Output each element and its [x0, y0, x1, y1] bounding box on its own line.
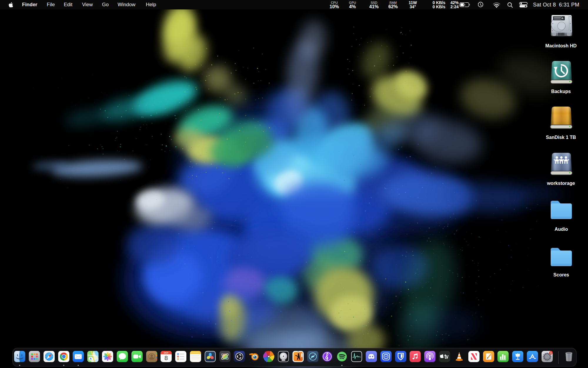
svg-text:8: 8: [164, 354, 168, 361]
svg-text:OCT: OCT: [164, 352, 168, 354]
svg-text:1: 1: [550, 351, 552, 354]
